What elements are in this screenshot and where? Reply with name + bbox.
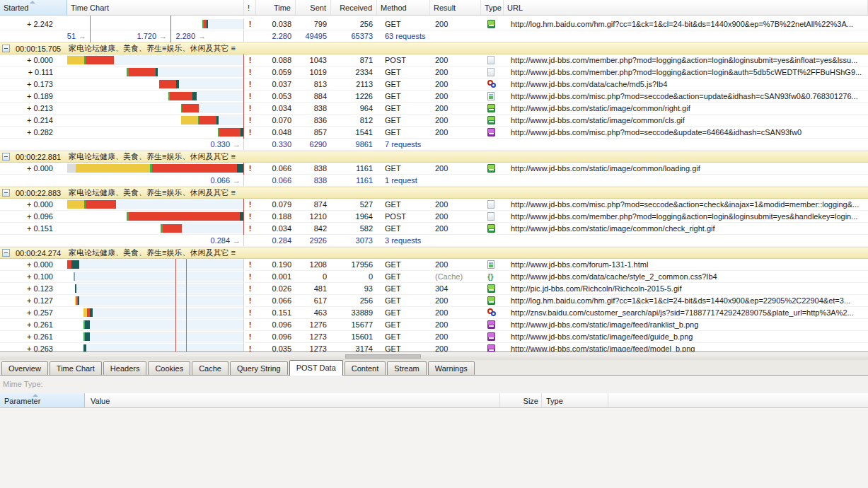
received-cell: 1226: [331, 91, 377, 102]
column-header-url[interactable]: URL: [504, 0, 868, 15]
warning-icon: !: [244, 54, 256, 66]
request-row[interactable]: + 0.261!0.096127315601GET200http://www.j…: [0, 331, 868, 343]
tab-time-chart[interactable]: Time Chart: [50, 361, 102, 375]
column-header-sent[interactable]: Sent: [296, 0, 331, 15]
type-cell: [481, 54, 504, 66]
mime-type-label: Mime Type:: [3, 380, 43, 388]
page-start-time: 00:00:22.883: [16, 189, 66, 197]
total-received-cell: 9861: [331, 139, 377, 150]
time-chart-cell: [67, 91, 244, 102]
collapse-icon[interactable]: [2, 249, 10, 257]
pane-splitter[interactable]: [0, 352, 868, 360]
request-row[interactable]: + 0.263!0.03512733174GET200http://www.jd…: [0, 343, 868, 352]
page-group-header[interactable]: 00:00:15.705家电论坛健康、美食、养生≡娱乐、休闲及其它 ≡: [0, 42, 868, 54]
request-row[interactable]: + 0.151!0.034842582GET200http://www.jd-b…: [0, 223, 868, 235]
column-header-time[interactable]: Time: [256, 0, 296, 15]
sent-cell: 799: [296, 18, 331, 30]
column-header-received[interactable]: Received: [331, 0, 377, 15]
request-row[interactable]: + 0.282!0.0488571541GET200http://www.jd-…: [0, 127, 868, 139]
tab-overview[interactable]: Overview: [1, 361, 48, 375]
tab-stream[interactable]: Stream: [387, 361, 426, 375]
url-cell: http://www.jd-bbs.com/member.php?mod=log…: [504, 211, 868, 222]
png-image-icon: [487, 320, 495, 329]
request-row[interactable]: + 2.242!0.038799256GET200http://log.hm.b…: [0, 18, 868, 30]
tab-content[interactable]: Content: [345, 361, 386, 375]
request-row[interactable]: + 0.173!0.0378132113GET200http://www.jd-…: [0, 79, 868, 91]
column-header-type[interactable]: Type: [481, 0, 504, 15]
request-row[interactable]: + 0.127!0.066617256GET200http://log.hm.b…: [0, 295, 868, 307]
bar-segment-red: [199, 116, 216, 124]
page-summary-row: 0.066→0.06683811611 request: [0, 175, 868, 187]
chart-fill: [74, 272, 243, 281]
bar-segment-yellow: [181, 116, 197, 124]
request-row[interactable]: + 0.000!0.0881043871POST200http://www.jd…: [0, 54, 868, 66]
type-cell: [481, 91, 504, 102]
time-chart-cell: [67, 163, 244, 174]
method-cell: GET: [377, 199, 430, 210]
time-chart-cell: [67, 103, 244, 114]
tab-post-data[interactable]: POST Data: [289, 360, 343, 376]
bar-segment-teal: [240, 212, 243, 221]
warning-icon: !: [244, 295, 256, 306]
received-cell: 17956: [331, 259, 377, 270]
tab-query-string[interactable]: Query String: [230, 361, 288, 375]
request-row[interactable]: + 0.123!0.02648193GET304http://pic.jd-bb…: [0, 283, 868, 295]
request-row[interactable]: + 0.261!0.096127615677GET200http://www.j…: [0, 319, 868, 331]
request-row[interactable]: + 0.257!0.15146333889GET200http://znsv.b…: [0, 307, 868, 319]
param-column-header[interactable]: Parameter: [0, 393, 85, 407]
page-group-header[interactable]: 00:00:24.274家电论坛健康、美食、养生≡娱乐、休闲及其它 ≡: [0, 247, 868, 259]
size-column-header[interactable]: Size: [500, 393, 542, 407]
type-cell: [481, 211, 504, 222]
collapse-icon[interactable]: [2, 189, 10, 197]
received-cell: 3174: [331, 343, 377, 352]
collapse-icon[interactable]: [2, 153, 10, 161]
page-group-header[interactable]: 00:00:22.883家电论坛健康、美食、养生≡娱乐、休闲及其它 ≡: [0, 187, 868, 199]
request-row[interactable]: + 0.000!0.079874527GET200http://www.jd-b…: [0, 199, 868, 211]
time-marker: 2.280→: [175, 32, 206, 40]
request-row[interactable]: + 0.000!0.0668381161GET200http://www.jd-…: [0, 163, 868, 175]
request-row[interactable]: + 0.000!0.190120817956GET200http://www.j…: [0, 259, 868, 271]
request-row[interactable]: + 0.096!0.18812101964POST200http://www.j…: [0, 211, 868, 223]
request-row[interactable]: + 0.214!0.070836812GET200http://www.jd-b…: [0, 115, 868, 127]
request-row[interactable]: + 0.111!0.05910192334GET200http://www.jd…: [0, 66, 868, 79]
page-summary-row: 0.284→0.284292630733 requests: [0, 235, 868, 247]
column-header-started[interactable]: Started: [0, 0, 67, 15]
tab-headers[interactable]: Headers: [103, 361, 147, 375]
type-cell: {}: [481, 271, 504, 282]
time-cell: 0.037: [256, 79, 296, 90]
value-column-header[interactable]: Value: [85, 393, 500, 407]
page-group-header[interactable]: 00:00:22.881家电论坛健康、美食、养生≡娱乐、休闲及其它 ≡: [0, 151, 868, 163]
sent-cell: 1043: [296, 54, 331, 66]
url-cell: http://znsv.baidu.com/customer_search/ap…: [504, 307, 868, 318]
method-cell: GET: [377, 127, 430, 138]
time-chart-cell: 0.451→1.720→2.280→: [67, 30, 244, 42]
request-row[interactable]: + 0.189!0.0538841226GET200http://www.jd-…: [0, 91, 868, 103]
png-image-icon: [487, 332, 495, 341]
gif-image-icon: [487, 296, 495, 305]
column-header-time-chart[interactable]: Time Chart: [67, 0, 244, 15]
time-chart-cell: [67, 259, 244, 270]
time-chart-cell: 0.330→: [67, 139, 244, 150]
sent-cell: 0: [296, 271, 331, 282]
chart-fill: [83, 320, 243, 330]
tab-cache[interactable]: Cache: [192, 361, 228, 375]
column-header-method[interactable]: Method: [377, 0, 430, 15]
bar-segment-red: [170, 92, 192, 100]
tab-warnings[interactable]: Warnings: [428, 361, 475, 375]
column-header-result[interactable]: Result: [430, 0, 481, 15]
type-column-header[interactable]: Type: [542, 393, 608, 407]
total-sent-cell: 49495: [296, 30, 331, 42]
time-cell: 0.048: [256, 127, 296, 138]
request-row[interactable]: + 0.213!0.034838964GET200http://www.jd-b…: [0, 103, 868, 115]
tab-cookies[interactable]: Cookies: [148, 361, 190, 375]
bar-segment-red: [86, 200, 117, 209]
total-received-cell: 65373: [331, 30, 377, 42]
leading-page-group: + 2.242!0.038799256GET200http://log.hm.b…: [0, 16, 868, 42]
column-header-warning[interactable]: !: [244, 0, 256, 15]
bar-segment-teal: [216, 116, 219, 124]
splitter-thumb[interactable]: [345, 354, 421, 359]
request-row[interactable]: + 0.100!0.00100GET(Cache){}http://www.jd…: [0, 271, 868, 283]
collapse-icon[interactable]: [2, 45, 10, 52]
result-cell: 200: [430, 103, 481, 114]
time-marker: 0.451→: [67, 32, 86, 40]
